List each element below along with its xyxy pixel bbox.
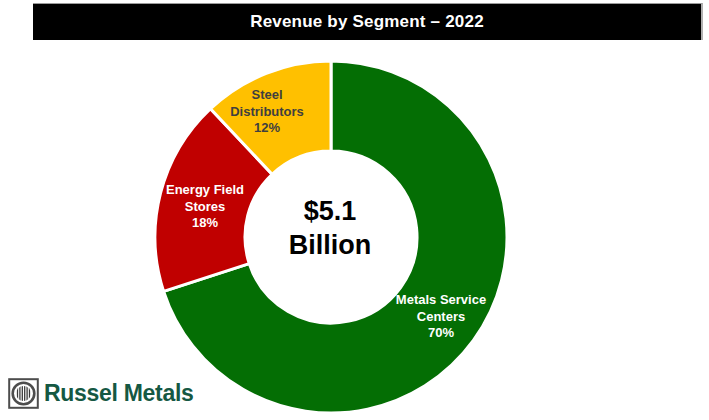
segment-label: SteelDistributors12%	[230, 87, 304, 137]
center-value-amount: $5.1	[289, 194, 372, 228]
slide: Revenue by Segment – 2022 Metals Service…	[0, 0, 709, 420]
chart-center-value: $5.1 Billion	[289, 194, 372, 262]
segment-label: Metals ServiceCenters70%	[396, 292, 486, 342]
company-logo-text: Russel Metals	[44, 380, 194, 407]
company-logo: Russel Metals	[8, 377, 194, 409]
center-value-unit: Billion	[289, 228, 372, 262]
segment-label: Energy FieldStores18%	[166, 182, 244, 232]
globe-grid-icon	[8, 378, 39, 409]
